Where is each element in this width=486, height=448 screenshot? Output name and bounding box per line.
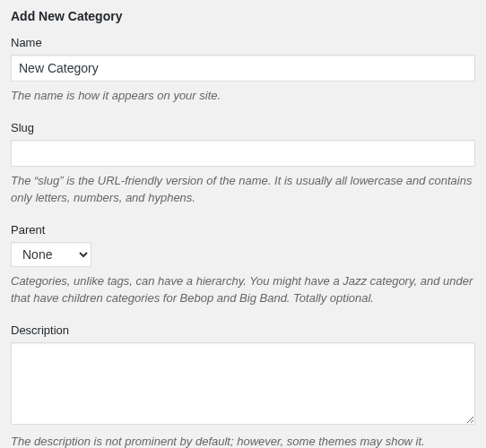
description-textarea[interactable] (11, 342, 475, 425)
slug-input[interactable] (11, 140, 475, 167)
name-label: Name (11, 36, 475, 49)
field-slug: Slug The “slug” is the URL-friendly vers… (11, 121, 475, 207)
parent-help: Categories, unlike tags, can have a hier… (11, 272, 475, 307)
name-input[interactable] (11, 55, 475, 82)
field-parent: Parent None Categories, unlike tags, can… (11, 223, 475, 307)
slug-help: The “slug” is the URL-friendly version o… (11, 172, 475, 207)
field-description: Description The description is not promi… (11, 323, 475, 449)
parent-select[interactable]: None (11, 242, 91, 267)
parent-label: Parent (11, 223, 475, 237)
field-name: Name The name is how it appears on your … (11, 36, 475, 105)
description-help: The description is not prominent by defa… (11, 433, 475, 449)
description-label: Description (11, 323, 475, 337)
name-help: The name is how it appears on your site. (11, 87, 475, 105)
slug-label: Slug (11, 121, 475, 134)
form-heading: Add New Category (11, 9, 475, 23)
